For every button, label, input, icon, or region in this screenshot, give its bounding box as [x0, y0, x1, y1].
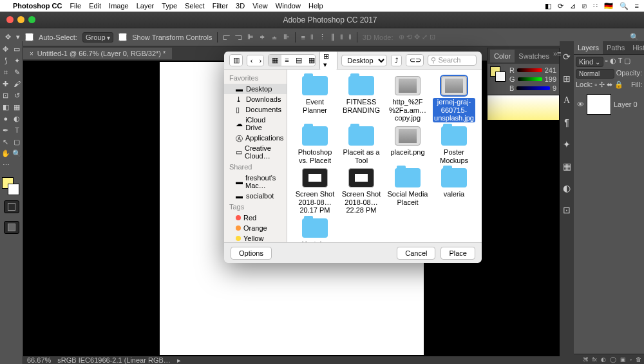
back-button[interactable]: ‹ — [247, 55, 256, 66]
location-dropdown[interactable]: Desktop — [341, 55, 387, 66]
pen-tool[interactable]: ✒ — [0, 124, 12, 136]
panel-menu-icon[interactable]: »≡ — [553, 50, 562, 62]
paths-tab[interactable]: Paths — [603, 41, 629, 54]
blur-tool[interactable]: ● — [0, 113, 12, 124]
menu-edit[interactable]: Edit — [89, 2, 101, 10]
search-icon[interactable]: 🔍 — [620, 2, 629, 10]
doc-profile[interactable]: sRGB IEC61966-2.1 (Linear RGB… — [57, 356, 170, 364]
quickmask-toggle[interactable] — [4, 200, 19, 213]
gradient-tool[interactable]: ▦ — [12, 101, 23, 113]
align-icon[interactable]: ⊫ — [247, 33, 254, 41]
b-slider[interactable] — [516, 86, 550, 90]
sidebar-tag[interactable]: Red — [224, 213, 287, 223]
kind-filter[interactable]: Kind ⌄ — [576, 57, 603, 67]
properties-panel-icon[interactable]: ⊞ — [563, 73, 571, 84]
marquee-tool[interactable]: ▭ — [12, 43, 23, 55]
distribute-icon[interactable]: ⫵ — [348, 33, 352, 41]
distribute-icon[interactable]: ⫴ — [340, 33, 343, 41]
place-button[interactable]: Place — [440, 247, 475, 260]
column-view[interactable]: ▤ — [292, 55, 305, 66]
file-item[interactable]: Youtube — [292, 217, 337, 242]
g-slider[interactable] — [518, 77, 542, 81]
layer-row[interactable]: 👁 Layer 0 — [576, 91, 642, 117]
new-layer-icon[interactable]: ▫ — [630, 356, 632, 363]
forward-button[interactable]: › — [256, 55, 264, 66]
path-tool[interactable]: ↖ — [0, 136, 12, 148]
file-item[interactable]: Poster Mockups — [431, 125, 477, 166]
file-item[interactable]: Photoshop vs. Placeit — [292, 125, 337, 166]
status-icon[interactable]: ∷ — [593, 2, 598, 10]
crop-tool[interactable]: ⌗ — [0, 66, 12, 78]
tags-icon[interactable]: ⊂⊃ — [406, 55, 424, 66]
distribute-icon[interactable]: ∥ — [331, 33, 335, 41]
sidebar-applications[interactable]: ⒶApplications — [224, 133, 287, 143]
align-icon[interactable]: ⫎ — [235, 34, 242, 41]
options-button[interactable]: Options — [231, 247, 272, 260]
edit-toolbar[interactable]: ⋯ — [0, 159, 12, 171]
brush-panel-icon[interactable]: ✦ — [563, 139, 571, 149]
minimize-button[interactable] — [17, 16, 24, 23]
share-icon[interactable]: ⤴ — [392, 55, 402, 66]
distribute-icon[interactable]: ⦀ — [310, 33, 314, 41]
file-item[interactable]: valeria — [431, 167, 477, 216]
status-icon[interactable]: ⟳ — [558, 2, 564, 10]
move-tool[interactable]: ✥ — [0, 43, 12, 55]
menu-select[interactable]: Select — [185, 2, 205, 10]
sidebar-shared-item[interactable]: ▬socialbot — [224, 191, 287, 201]
r-slider[interactable] — [517, 68, 542, 72]
menu-window[interactable]: Window — [276, 2, 301, 10]
color-ramp[interactable] — [487, 95, 560, 120]
sidebar-desktop[interactable]: ▬Desktop — [224, 84, 287, 94]
eyedropper-tool[interactable]: ✎ — [12, 66, 23, 78]
color-swatches[interactable] — [0, 177, 23, 196]
align-icon[interactable]: ⫩ — [259, 34, 266, 41]
cancel-button[interactable]: Cancel — [397, 247, 435, 260]
sidebar-shared-item[interactable]: ▬freshout's Mac… — [224, 173, 287, 191]
gallery-view[interactable]: ▦ — [305, 55, 316, 66]
swatches-panel-icon[interactable]: ▦ — [563, 161, 571, 171]
menu-icon[interactable]: ≡ — [635, 2, 639, 10]
menu-layer[interactable]: Layer — [137, 2, 155, 10]
styles-panel-icon[interactable]: ⊡ — [563, 205, 571, 215]
layer-name[interactable]: Layer 0 — [614, 101, 638, 108]
menu-filter[interactable]: Filter — [213, 2, 228, 10]
group-icon[interactable]: ▣ — [620, 356, 626, 363]
blend-mode[interactable]: Normal — [576, 69, 614, 79]
color-tab[interactable]: Color — [490, 50, 515, 62]
heal-tool[interactable]: ✚ — [0, 78, 12, 90]
distribute-icon[interactable]: ≡ — [301, 34, 305, 41]
shape-tool[interactable]: ▢ — [12, 136, 23, 148]
group-menu[interactable]: ⊞ ▾ — [320, 52, 337, 70]
align-icon[interactable]: ⫍ — [223, 34, 230, 41]
wand-tool[interactable]: ✦ — [12, 55, 23, 66]
file-browser[interactable]: Event PlannerFITNESS BRANDINGhttp_%2F %2… — [287, 70, 482, 242]
distribute-icon[interactable]: ⋮ — [319, 33, 326, 41]
eraser-tool[interactable]: ◧ — [0, 101, 12, 113]
auto-select-dropdown[interactable]: Group ▾ — [82, 32, 113, 43]
file-item[interactable]: http_%2F %2Fa.am…copy.jpg — [385, 75, 430, 124]
history-tab[interactable]: History — [629, 41, 644, 54]
lock-icon[interactable]: ▫ ✢ ⬌ 🔒 — [594, 81, 623, 89]
search-icon[interactable]: 🔍 — [630, 33, 639, 41]
character-panel-icon[interactable]: A — [564, 95, 570, 106]
search-field[interactable]: ⚲ Search — [428, 55, 477, 66]
align-icon[interactable]: ⊪ — [283, 33, 290, 41]
adjustments-panel-icon[interactable]: ◐ — [563, 183, 571, 193]
flag-icon[interactable]: 🇩🇪 — [604, 2, 613, 10]
sidebar-documents[interactable]: ▯Documents — [224, 104, 287, 115]
visibility-icon[interactable]: 👁 — [577, 101, 584, 108]
mask-icon[interactable]: ◐ — [601, 356, 606, 363]
zoom-tool[interactable]: 🔍 — [12, 148, 23, 159]
document-tab[interactable]: × Untitled-1 @ 66.7% (Layer 0, RGB/32*) … — [23, 48, 172, 59]
menu-type[interactable]: Type — [162, 2, 177, 10]
sidebar-toggle-icon[interactable]: ▥ — [230, 55, 243, 66]
menu-file[interactable]: File — [70, 2, 81, 10]
file-item[interactable]: Screen Shot 2018-08…22.28 PM — [339, 167, 384, 216]
fg-bg-swatch[interactable] — [490, 66, 506, 82]
menu-image[interactable]: Image — [109, 2, 129, 10]
icon-view[interactable]: ▦ — [269, 55, 281, 66]
close-tab-icon[interactable]: × — [30, 50, 33, 57]
hand-tool[interactable]: ✋ — [0, 148, 12, 159]
lasso-tool[interactable]: ⟆ — [0, 55, 12, 66]
sidebar-tag[interactable]: Orange — [224, 223, 287, 233]
